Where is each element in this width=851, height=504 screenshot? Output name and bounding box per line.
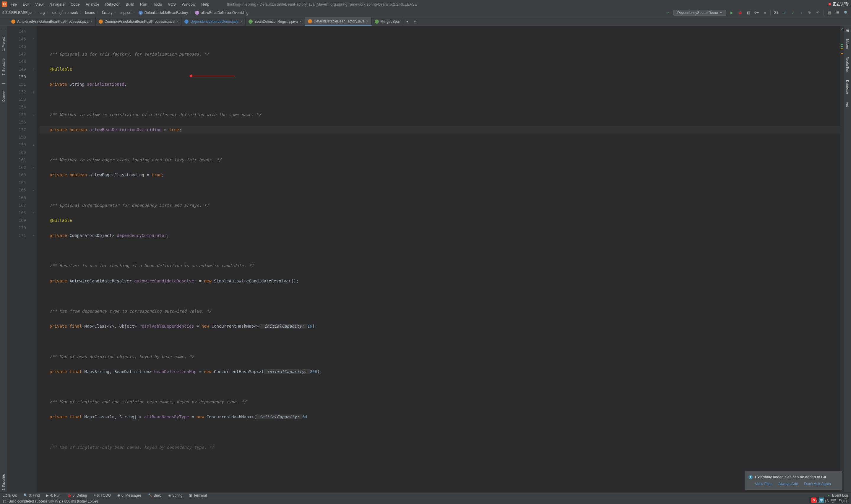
tab-overflow-icon[interactable]: ▾ (403, 17, 411, 26)
java-icon (308, 19, 312, 23)
git-update-icon[interactable]: ↓ (799, 10, 804, 15)
ime-indicator[interactable]: 中 (819, 498, 824, 503)
tab-bean-registry[interactable]: BeanDefinitionRegistry.java× (246, 17, 305, 26)
ime-keyboard-icon[interactable]: ⌨ (831, 498, 836, 502)
back-icon[interactable]: ↩ (665, 10, 670, 15)
field-icon: f (195, 11, 199, 15)
stop-icon[interactable]: ■ (762, 10, 767, 15)
toolwin-debug[interactable]: 🐞 5: Debug (67, 493, 87, 498)
maven-m-icon[interactable]: m (411, 17, 420, 26)
left-tool-stripe: — 1: Project 7: Structure — Commit 2: Fa… (0, 26, 7, 492)
toolwin-build[interactable]: 🔨 Build (148, 493, 162, 498)
crumb-springframework[interactable]: springframework (52, 11, 78, 15)
toolwin-database[interactable]: Database (846, 78, 849, 96)
run-config-selector[interactable]: DependencySourceDemo ▼ (673, 10, 726, 16)
annotation: @Nullable (50, 67, 72, 72)
crumb-class[interactable]: DefaultListableBeanFactory (144, 11, 188, 15)
close-icon[interactable]: × (240, 19, 242, 24)
toolwin-messages[interactable]: ◉ 0: Messages (117, 493, 142, 498)
menu-refactor[interactable]: Refactor (105, 2, 120, 6)
crumb-jar[interactable]: 5.2.2.RELEASE.jar (2, 11, 33, 15)
close-icon[interactable]: × (366, 19, 368, 23)
toolwin-favorites[interactable]: 2: Favorites (2, 472, 5, 492)
close-icon[interactable]: × (176, 19, 178, 24)
toolwin-commit[interactable]: Commit (2, 89, 5, 104)
toolwin-ant[interactable]: Ant (846, 100, 849, 109)
tab-default-listable[interactable]: DefaultListableBeanFactory.java× (305, 17, 372, 26)
toolwin-todo[interactable]: ≡ 6: TODO (93, 493, 111, 498)
marker-strip[interactable]: ✓ (840, 26, 844, 492)
git-commit-icon[interactable]: ✓ (791, 10, 796, 15)
menu-navigate[interactable]: Navigate (49, 2, 65, 6)
menu-file[interactable]: File (11, 2, 17, 6)
coverage-icon[interactable]: ◧ (745, 10, 751, 15)
inspection-ok-icon: ✓ (840, 27, 843, 31)
nav-toolbar: ↩ DependencySourceDemo ▼ ▶ 🐞 ◧ ⟳▾ ■ Git:… (665, 10, 849, 16)
close-icon[interactable]: × (90, 19, 92, 24)
crumb-support[interactable]: support (120, 11, 131, 15)
maven-icon[interactable]: m (846, 28, 849, 33)
line-gutter: 144145146147 148149150151 152153154155 1… (7, 26, 31, 492)
toolwin-maven[interactable]: Maven (846, 37, 849, 51)
profiler-icon[interactable]: ⟳▾ (754, 10, 759, 15)
menu-analyze[interactable]: Analyze (86, 2, 99, 6)
search-icon[interactable]: 🔍 (843, 10, 849, 15)
notify-dont-ask[interactable]: Don't Ask Again (804, 482, 831, 486)
toolwin-project[interactable]: 1: Project (2, 35, 5, 53)
code-area[interactable]: /** Optional id for this factory, for se… (37, 26, 840, 492)
java-icon (184, 19, 188, 24)
tab-dependency-demo[interactable]: DependencySourceDemo.java× (181, 17, 246, 26)
tab-common[interactable]: CommonAnnotationBeanPostProcessor.java× (96, 17, 182, 26)
run-icon[interactable]: ▶ (729, 10, 734, 15)
recording-text: 正在讲话: (833, 1, 849, 7)
tab-label: AutowiredAnnotationBeanPostProcessor.jav… (17, 19, 88, 24)
close-icon[interactable]: × (300, 19, 302, 24)
crumb-org[interactable]: org (40, 11, 44, 15)
git-label: Git: (774, 11, 779, 15)
menu-build[interactable]: Build (126, 2, 134, 6)
git-check-icon[interactable]: ✔ (782, 10, 787, 15)
debug-icon[interactable]: 🐞 (737, 10, 743, 15)
toolwin-git[interactable]: ⎇ 9: Git (3, 493, 17, 498)
crumb-field[interactable]: allowBeanDefinitionOverriding (201, 11, 249, 15)
crumb-factory[interactable]: factory (102, 11, 113, 15)
crumb-beans[interactable]: beans (85, 11, 95, 15)
menu-edit[interactable]: Edit (23, 2, 29, 6)
toolwin-spring[interactable]: ❀ Spring (168, 493, 183, 498)
minimize-icon[interactable]: — (2, 28, 5, 31)
tab-merged[interactable]: MergedBear (372, 17, 403, 26)
menu-code[interactable]: Code (71, 2, 80, 6)
app-logo-icon: IJ (2, 1, 7, 7)
toolwin-find[interactable]: 🔍 3: Find (23, 493, 40, 498)
editor: 144145146147 148149150151 152153154155 1… (7, 26, 844, 492)
ime-tools-icon[interactable]: ☰ (844, 498, 848, 502)
git-revert-icon[interactable]: ↶ (815, 10, 820, 15)
menu-view[interactable]: View (35, 2, 43, 6)
sogou-icon[interactable]: S (811, 498, 816, 503)
toolwin-run[interactable]: ▶ 4: Run (46, 493, 60, 498)
tab-autowired[interactable]: AutowiredAnnotationBeanPostProcessor.jav… (8, 17, 96, 26)
separator (770, 10, 771, 15)
menu-window[interactable]: Window (182, 2, 195, 6)
menu-vcs[interactable]: VCS (168, 2, 176, 6)
toolwin-terminal[interactable]: ▣ Terminal (189, 493, 206, 498)
status-bar: ▢ Build completed successfully in 2 s 88… (0, 498, 851, 504)
recording-indicator: 正在讲话: (829, 1, 849, 7)
notify-always-add[interactable]: Always Add (778, 482, 798, 486)
toolwin-structure[interactable]: 7: Structure (2, 57, 5, 77)
settings-icon[interactable]: ☰ (835, 10, 840, 15)
notify-view-files[interactable]: View Files (755, 482, 773, 486)
toolwin-restful[interactable]: RestfulTool (846, 55, 849, 74)
info-icon: i (748, 475, 753, 479)
annotation-arrow-icon (190, 76, 235, 76)
structure-icon[interactable]: ▦ (827, 10, 832, 15)
status-bar-icon[interactable]: ▢ (3, 499, 6, 503)
menu-run[interactable]: Run (140, 2, 147, 6)
minimize-icon[interactable]: — (2, 81, 5, 85)
menu-help[interactable]: Help (201, 2, 209, 6)
menu-tools[interactable]: Tools (153, 2, 162, 6)
ime-punct-icon[interactable]: •, (827, 498, 829, 502)
ime-settings-icon[interactable]: ⚙ (838, 498, 842, 502)
git-history-icon[interactable]: ↻ (807, 10, 812, 15)
window-title: thinking-in-spring - DefaultListableBean… (227, 2, 417, 6)
